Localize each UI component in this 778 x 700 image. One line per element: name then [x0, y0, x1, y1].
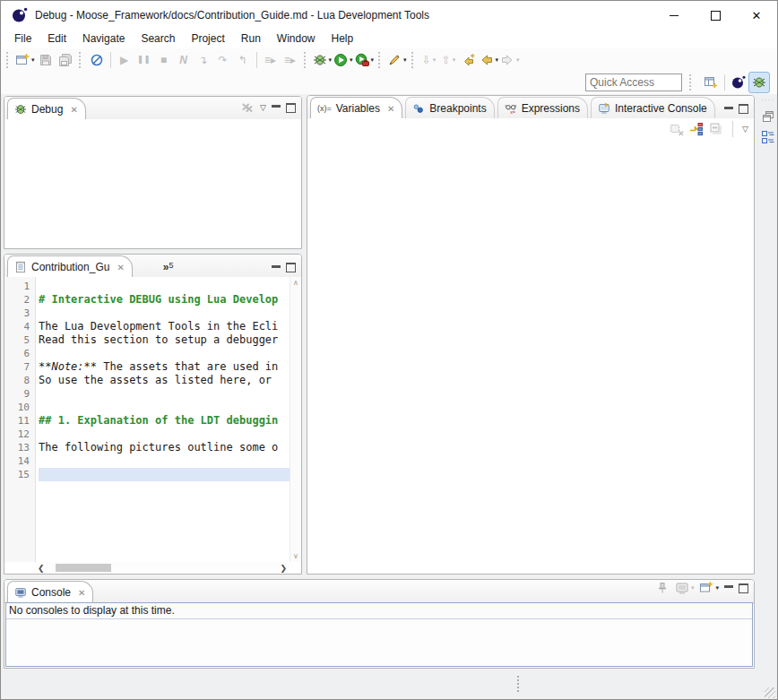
minimize-view-icon[interactable] [724, 107, 733, 112]
editor-line-number[interactable]: 4 [4, 320, 39, 333]
editor-line-text[interactable] [39, 468, 290, 481]
drag-handle-dots[interactable]: ···· [761, 98, 774, 103]
minimize-view-icon[interactable] [724, 585, 733, 591]
new-button[interactable]: ▾ [15, 50, 35, 70]
toolbar-drag-handle[interactable] [378, 52, 383, 68]
skip-all-breakpoints-button[interactable] [88, 50, 106, 70]
run-last-tool-button[interactable]: ▾ [355, 50, 375, 70]
window-close-button[interactable]: ✕ [736, 1, 777, 30]
resume-button[interactable]: ▶ [116, 50, 134, 70]
editor-line[interactable]: 10 [4, 401, 290, 414]
external-tools-button[interactable]: ▾ [387, 50, 407, 70]
previous-annotation-button[interactable]: ⇧ ▾ [440, 50, 458, 70]
step-into-button[interactable]: ↴ [194, 50, 212, 70]
close-icon[interactable]: ✕ [387, 104, 394, 114]
editor-line[interactable]: 5Read this section to setup a debugger [4, 333, 290, 347]
collapse-all-icon[interactable] [709, 122, 723, 136]
editor-line[interactable]: 4The Lua Development Tools in the Ecli [4, 320, 290, 333]
editor-line-number[interactable]: 9 [4, 387, 39, 401]
editor-line[interactable]: 8So use the assets as listed here, or [4, 374, 290, 387]
outline-view-icon[interactable] [761, 130, 775, 144]
editor-line[interactable]: 15 [4, 468, 290, 481]
display-selected-console-button[interactable]: ▾ [675, 578, 695, 598]
lua-perspective-button[interactable] [729, 73, 748, 92]
minimize-view-icon[interactable] [272, 105, 281, 110]
back-button[interactable]: ▾ [480, 50, 499, 70]
editor-line-number[interactable]: 11 [4, 414, 39, 428]
editor-line[interactable]: 6 [4, 347, 290, 360]
window-minimize-button[interactable] [653, 1, 695, 30]
show-logical-structure-icon[interactable] [689, 122, 704, 136]
save-all-button[interactable] [56, 50, 74, 70]
run-launch-button[interactable]: ▾ [333, 50, 353, 70]
editor-line-text[interactable]: So use the assets as listed here, or [39, 374, 290, 387]
scroll-up-icon[interactable]: ∧ [293, 279, 298, 287]
editor-line-text[interactable]: Read this section to setup a debugger [39, 333, 290, 347]
toolbar-drag-handle[interactable] [689, 74, 694, 91]
editor-line-text[interactable] [39, 428, 290, 441]
menu-help[interactable]: Help [324, 30, 362, 48]
menu-project[interactable]: Project [183, 30, 232, 48]
maximize-view-icon[interactable] [286, 263, 296, 272]
editor-line[interactable]: 2# Interactive DEBUG using Lua Develop [4, 293, 290, 307]
toolbar-drag-handle[interactable] [79, 52, 83, 68]
editor-lines[interactable]: 12# Interactive DEBUG using Lua Develop3… [4, 277, 290, 562]
maximize-view-icon[interactable] [739, 104, 748, 114]
editor-line-number[interactable]: 8 [4, 374, 39, 387]
debug-perspective-button[interactable] [748, 72, 770, 93]
view-menu-icon[interactable]: ▽ [260, 103, 266, 112]
restore-view-icon[interactable] [761, 109, 775, 124]
editor-line-text[interactable] [39, 347, 290, 360]
menu-run[interactable]: Run [233, 30, 269, 48]
maximize-view-icon[interactable] [739, 583, 748, 593]
view-menu-icon[interactable]: ▽ [742, 125, 748, 134]
next-annotation-button[interactable]: ⇩ ▾ [420, 50, 438, 70]
last-edit-location-button[interactable] [460, 50, 478, 70]
editor-line[interactable]: 12 [4, 428, 290, 441]
tab-contribution-guide[interactable]: Contribution_Gu ✕ [7, 255, 133, 278]
toolbar-drag-handle[interactable] [304, 52, 308, 68]
editor-line-number[interactable]: 1 [4, 280, 39, 293]
editor-line[interactable]: 11## 1. Explanation of the LDT debuggin [4, 414, 290, 428]
menu-edit[interactable]: Edit [39, 30, 74, 48]
status-bar-drag-handle[interactable] [517, 676, 521, 692]
drop-to-frame-button[interactable]: ≡▸ [262, 50, 280, 70]
editor-horizontal-scrollbar[interactable]: ❮ ❯ [35, 562, 290, 574]
editor-line-number[interactable]: 3 [4, 307, 39, 320]
editor-line-text[interactable]: The Lua Development Tools in the Ecli [39, 320, 290, 333]
menu-navigate[interactable]: Navigate [74, 30, 133, 48]
minimize-view-icon[interactable] [272, 265, 281, 271]
editor-line-text[interactable] [39, 307, 290, 320]
editor-line-text[interactable]: ## 1. Explanation of the LDT debuggin [39, 414, 290, 428]
toolbar-drag-handle[interactable] [411, 52, 416, 68]
editor-line-text[interactable]: The following pictures outline some o [39, 441, 290, 454]
menu-file[interactable]: File [6, 30, 39, 48]
editor-line-number[interactable]: 5 [4, 333, 39, 347]
save-button[interactable] [37, 50, 55, 70]
editor-line-number[interactable]: 7 [4, 360, 39, 374]
editor-line[interactable]: 13The following pictures outline some o [4, 441, 290, 454]
editor-line-text[interactable] [39, 401, 290, 414]
step-return-button[interactable]: ↰ [234, 50, 252, 70]
editor-line-number[interactable]: 10 [4, 401, 39, 414]
tab-interactive-console[interactable]: Interactive Console [591, 97, 715, 119]
debug-launch-button[interactable]: ▾ [313, 50, 333, 70]
editor-line-number[interactable]: 15 [4, 468, 39, 481]
open-console-button[interactable]: ▾ [699, 578, 719, 598]
editor-line-number[interactable]: 14 [4, 454, 39, 468]
terminate-button[interactable]: ■ [155, 50, 173, 70]
toolbar-drag-handle[interactable] [6, 52, 11, 68]
maximize-view-icon[interactable] [286, 103, 296, 113]
editor-line[interactable]: 3 [4, 307, 290, 320]
close-icon[interactable]: ✕ [117, 263, 124, 272]
close-icon[interactable]: ✕ [70, 105, 77, 115]
editor-line-text[interactable] [39, 454, 290, 468]
tab-console[interactable]: Console ✕ [7, 581, 93, 603]
tab-breakpoints[interactable]: Breakpoints [405, 97, 494, 119]
close-icon[interactable]: ✕ [78, 588, 85, 598]
pin-console-icon[interactable] [655, 581, 670, 595]
menu-search[interactable]: Search [133, 30, 183, 48]
editor-line-number[interactable]: 2 [4, 293, 39, 307]
remove-all-terminated-icon[interactable] [240, 100, 255, 115]
editor-line[interactable]: 9 [4, 387, 290, 401]
